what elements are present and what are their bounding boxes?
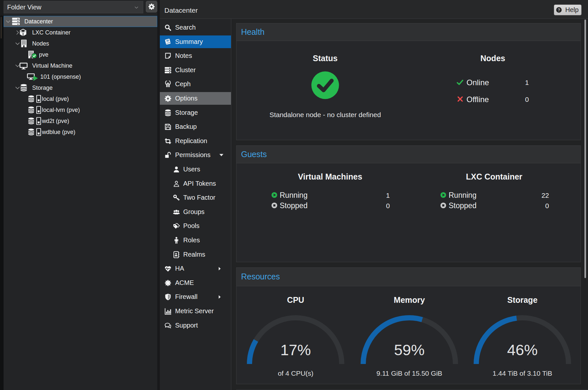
svg-text:?: ?: [558, 8, 560, 12]
